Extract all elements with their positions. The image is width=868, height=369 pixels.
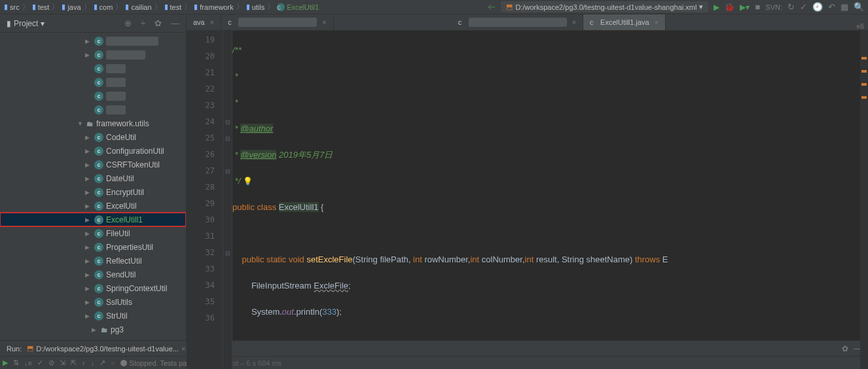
- bulb-icon[interactable]: 💡: [243, 177, 253, 186]
- tree-file-propertiesutil[interactable]: ▶cPropertiesUtil: [0, 240, 186, 254]
- tab-ava[interactable]: ava×: [187, 14, 221, 30]
- nav-back-icon[interactable]: 🡠: [488, 3, 496, 12]
- history-icon[interactable]: 🕘: [812, 2, 823, 12]
- gear-icon[interactable]: ✿: [154, 18, 162, 28]
- editor-panel: ava× c× c× cExcelUtill1.java× ≡6 1920212…: [187, 14, 868, 340]
- bc-test2[interactable]: ▮test: [164, 3, 182, 11]
- tree-item-blur[interactable]: c: [0, 89, 186, 103]
- svn-label: SVN:: [765, 3, 782, 11]
- tree-file-configurationutil[interactable]: ▶cConfigurationUtil: [0, 144, 186, 158]
- tree-file-dateutil[interactable]: ▶cDateUtil: [0, 171, 186, 185]
- sidebar-header: ▮ Project ▾ ⊕ ÷ ✿ —: [0, 14, 186, 33]
- run-icon[interactable]: ▶: [714, 3, 719, 12]
- test-ignored-icon[interactable]: ⊘: [48, 359, 54, 367]
- run-tab[interactable]: ⬒D:/workspace2/pg3.0/testng-uitest-d1val…: [27, 344, 185, 353]
- bc-class[interactable]: cExcelUtil1: [277, 3, 319, 11]
- fold-icon[interactable]: ⊟: [223, 130, 232, 147]
- update-icon[interactable]: ↻: [787, 2, 795, 12]
- tree-file-fileutil[interactable]: ▶cFileUtil: [0, 226, 186, 240]
- tab-blur[interactable]: c×: [452, 14, 583, 30]
- tree-file-strutil[interactable]: ▶cStrUtil: [0, 309, 186, 323]
- close-icon[interactable]: ×: [655, 18, 659, 26]
- tree-item-blur[interactable]: ▶c: [0, 34, 186, 48]
- tree-item-blur[interactable]: c: [0, 103, 186, 116]
- tree-item-blur[interactable]: c: [0, 62, 186, 75]
- project-sidebar: ▮ Project ▾ ⊕ ÷ ✿ — ▶c ▶c c c c c ▼🖿fram…: [0, 14, 187, 340]
- editor-tabs: ava× c× c× cExcelUtill1.java× ≡6: [187, 14, 868, 31]
- tab-active[interactable]: cExcelUtill1.java×: [583, 14, 666, 30]
- bc-src[interactable]: ▮src: [4, 3, 20, 11]
- collapse-icon[interactable]: ⇱: [71, 359, 77, 367]
- sidebar-title[interactable]: ▮ Project ▾: [7, 19, 45, 28]
- run-label: Run:: [7, 345, 22, 353]
- tree-file-excelutil[interactable]: ▶cExcelUtil: [0, 199, 186, 213]
- error-strip[interactable]: [860, 31, 868, 369]
- code-editor[interactable]: 192021222324252627282930313233343536 ⊟ ⊟…: [187, 31, 868, 369]
- revert-icon[interactable]: ↶: [828, 2, 835, 12]
- prev-icon[interactable]: ↑: [82, 359, 86, 367]
- tree-file-encryptutil[interactable]: ▶cEncryptUtil: [0, 185, 186, 199]
- tab-blur[interactable]: c×: [221, 14, 333, 30]
- tab-list-icon[interactable]: ≡6: [853, 23, 868, 30]
- layout-icon[interactable]: ▦: [841, 2, 848, 12]
- fold-icon[interactable]: ⊟: [223, 114, 232, 130]
- bc-framework[interactable]: ▮framework: [194, 3, 233, 11]
- bc-java[interactable]: ▮java: [62, 3, 81, 11]
- commit-icon[interactable]: ✓: [800, 2, 807, 12]
- run-config-dropdown[interactable]: ⬒D:/workspace2/pg3.0/testng-uitest-d1val…: [501, 1, 708, 12]
- code-content[interactable]: /** * * * @author * @version 2019年5月7日 *…: [232, 31, 868, 369]
- tree-file-sendutil[interactable]: ▶cSendUtil: [0, 268, 186, 281]
- tree-file-sslutils[interactable]: ▶cSslUtils: [0, 295, 186, 309]
- debug-icon[interactable]: 🐞: [725, 3, 734, 12]
- test-passed-icon[interactable]: ✓: [37, 359, 43, 367]
- stop-status-icon: [120, 360, 127, 366]
- close-icon[interactable]: ×: [210, 18, 214, 26]
- expand-icon[interactable]: ⇲: [60, 359, 65, 367]
- close-icon[interactable]: ×: [181, 345, 185, 353]
- tree-file-codeutil[interactable]: ▶cCodeUtil: [0, 130, 186, 144]
- breadcrumb: ▮src〉 ▮test〉 ▮java〉 ▮com〉 ▮cailian〉 ▮tes…: [4, 2, 319, 12]
- run-menu-icon[interactable]: ▶▾: [740, 3, 750, 12]
- tree-file-springcontextutil[interactable]: ▶cSpringContextUtil: [0, 281, 186, 295]
- close-icon[interactable]: ×: [572, 18, 576, 26]
- stop-icon[interactable]: ■: [755, 2, 760, 12]
- tree-item-blur[interactable]: c: [0, 75, 186, 89]
- tree-item-blur[interactable]: ▶c: [0, 48, 186, 62]
- fold-icon[interactable]: ⊟: [223, 245, 232, 261]
- tree-file-excelutill1[interactable]: ▶cExcelUtill1: [0, 213, 186, 226]
- test-filter-icon[interactable]: ↓≡: [24, 359, 32, 367]
- tree-package[interactable]: ▼🖿framework.utils: [0, 116, 186, 130]
- bc-test[interactable]: ▮test: [32, 3, 50, 11]
- close-icon[interactable]: ×: [322, 18, 326, 26]
- bc-utils[interactable]: ▮utils: [246, 3, 265, 11]
- export-icon[interactable]: ↗: [99, 359, 105, 367]
- tree-file-csrftokenutil[interactable]: ▶cCSRFTokenUtil: [0, 158, 186, 171]
- collapse-icon[interactable]: ÷: [141, 18, 145, 28]
- run-icon[interactable]: ▶: [3, 359, 8, 367]
- fold-icon[interactable]: ⊟: [223, 163, 232, 179]
- hide-icon[interactable]: —: [171, 18, 179, 28]
- fold-column: ⊟ ⊟ ⊟ ⊟: [223, 31, 232, 369]
- tree-file-reflectutil[interactable]: ▶cReflectUtil: [0, 254, 186, 268]
- line-gutter: 192021222324252627282930313233343536: [187, 31, 223, 369]
- target-icon[interactable]: ⊕: [124, 18, 132, 28]
- bc-com[interactable]: ▮com: [94, 3, 113, 11]
- test-sort-icon[interactable]: ⇅: [13, 359, 19, 367]
- next-icon[interactable]: ↓: [90, 359, 94, 367]
- search-icon[interactable]: 🔍: [854, 2, 864, 12]
- bc-cailian[interactable]: ▮cailian: [125, 3, 151, 11]
- tree-pg3[interactable]: ▶🖿pg3: [0, 323, 186, 336]
- project-tree[interactable]: ▶c ▶c c c c c ▼🖿framework.utils ▶cCodeUt…: [0, 33, 186, 340]
- top-toolbar: ▮src〉 ▮test〉 ▮java〉 ▮com〉 ▮cailian〉 ▮tes…: [0, 0, 868, 14]
